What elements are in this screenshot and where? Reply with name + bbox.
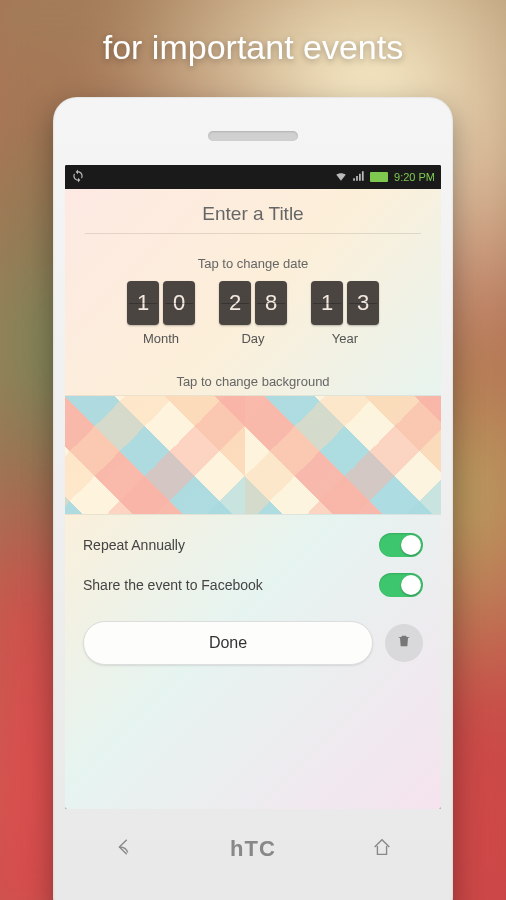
wifi-icon: [334, 169, 348, 185]
status-bar: 9:20 PM: [65, 165, 441, 189]
delete-button[interactable]: [385, 624, 423, 662]
day-label: Day: [241, 331, 264, 346]
date-section-label: Tap to change date: [65, 246, 441, 277]
share-option-row: Share the event to Facebook: [83, 573, 423, 597]
year-digit-1: 1: [311, 281, 343, 325]
back-icon[interactable]: [113, 836, 135, 862]
phone-device-frame: 9:20 PM Enter a Title Tap to change date…: [53, 97, 453, 900]
month-digit-1: 1: [127, 281, 159, 325]
repeat-toggle[interactable]: [379, 533, 423, 557]
done-button[interactable]: Done: [83, 621, 373, 665]
repeat-option-row: Repeat Annually: [83, 533, 423, 557]
battery-icon: [370, 172, 388, 182]
sync-icon: [71, 169, 85, 185]
background-section-label: Tap to change background: [65, 364, 441, 395]
month-group[interactable]: 1 0 Month: [127, 281, 195, 346]
phone-earpiece-area: [65, 107, 441, 165]
day-digit-1: 2: [219, 281, 251, 325]
year-group[interactable]: 1 3 Year: [311, 281, 379, 346]
month-digit-2: 0: [163, 281, 195, 325]
phone-nav-bar: hTC: [65, 817, 441, 881]
repeat-label: Repeat Annually: [83, 537, 185, 553]
share-toggle[interactable]: [379, 573, 423, 597]
signal-icon: [352, 169, 366, 185]
hero-text: for important events: [103, 28, 403, 67]
trash-icon: [396, 633, 412, 653]
app-screen: Enter a Title Tap to change date 1 0 Mon…: [65, 189, 441, 809]
day-digit-2: 8: [255, 281, 287, 325]
title-input[interactable]: Enter a Title: [85, 203, 421, 234]
background-preview[interactable]: [65, 395, 441, 515]
phone-speaker: [208, 131, 298, 141]
phone-brand-logo: hTC: [230, 836, 276, 862]
share-label: Share the event to Facebook: [83, 577, 263, 593]
home-icon[interactable]: [371, 836, 393, 862]
month-label: Month: [143, 331, 179, 346]
day-group[interactable]: 2 8 Day: [219, 281, 287, 346]
status-time: 9:20 PM: [394, 171, 435, 183]
year-label: Year: [332, 331, 358, 346]
date-picker[interactable]: 1 0 Month 2 8 Day 1 3: [65, 277, 441, 354]
title-section: Enter a Title: [65, 189, 441, 246]
phone-screen: 9:20 PM Enter a Title Tap to change date…: [65, 165, 441, 809]
year-digit-2: 3: [347, 281, 379, 325]
